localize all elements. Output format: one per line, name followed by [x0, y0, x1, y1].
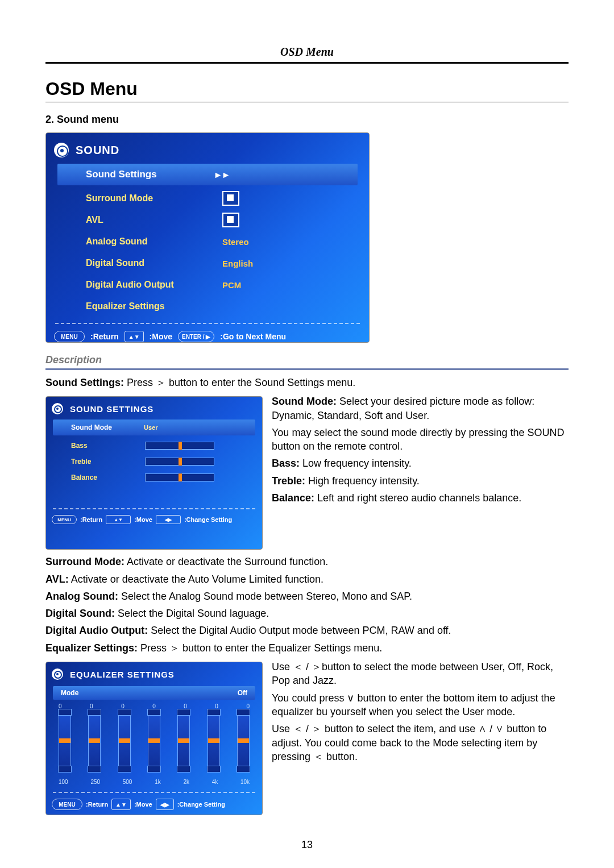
arrows-key-icon: ▲▼: [125, 331, 144, 342]
description-line: AVL: Activate or deactivate the Auto Vol…: [45, 572, 569, 586]
eq-sliders: [46, 709, 262, 774]
footer-return: :Return: [90, 332, 119, 341]
equalizer-screenshot: EQUALIZER SETTINGS Mode Off 0000000 1002…: [45, 662, 263, 815]
row-label: Balance: [71, 474, 145, 481]
eq-mode-row: Mode Off: [53, 686, 255, 700]
eq-band-slider: [237, 712, 250, 770]
menu-key-icon: MENU: [52, 799, 82, 810]
row-value: User: [144, 424, 157, 431]
title-underline: [45, 102, 569, 102]
sound-row: Surround Mode: [46, 188, 369, 209]
osd-footer: MENU :Return ▲▼ :Move ◀▶ :Change Setting: [46, 509, 262, 524]
slider-icon: [145, 458, 214, 466]
menu-key-icon: MENU: [52, 515, 77, 524]
sound-row-value: ▸ ▸: [215, 169, 229, 181]
arrows-key-icon: ▲▼: [111, 799, 131, 810]
eq-band-freq: 4k: [212, 779, 218, 785]
eq-band-slider: [208, 712, 220, 770]
page-header: OSD Menu: [45, 45, 569, 59]
sound-setting-row: Sound ModeUser: [53, 420, 255, 435]
slider-icon: [145, 442, 214, 450]
description-line: Digital Sound: Select the Digital Sound …: [45, 607, 569, 620]
description-line: Use ＜ / ＞button to select the mode betwe…: [272, 660, 569, 688]
sound-row-label: Equalizer Settings: [86, 301, 222, 312]
eq-mode-label: Mode: [61, 689, 238, 697]
sound-row-value: English: [222, 259, 253, 268]
sound-settings-intro: Sound Settings: Press ＞ button to enter …: [45, 376, 569, 389]
footer-next: :Go to Next Menu: [220, 332, 286, 341]
sound-row-label: Analog Sound: [86, 236, 222, 247]
arrows-key-icon: ▲▼: [106, 515, 131, 524]
sound-setting-row: Bass: [46, 438, 262, 454]
sound-row: AVL: [46, 209, 369, 231]
eq-band-slider: [88, 712, 101, 770]
menu-key-icon: MENU: [54, 331, 85, 342]
sound-row-label: AVL: [86, 215, 222, 225]
description-divider: [45, 368, 569, 370]
osd-footer: MENU :Return ▲▼ :Move ENTER / ▶ :Go to N…: [46, 324, 369, 342]
slider-icon: [145, 474, 214, 481]
eq-band-freq: 10k: [240, 779, 250, 785]
target-icon: [52, 403, 63, 414]
eq-band-slider: [148, 712, 160, 770]
sound-menu-title: SOUND: [76, 144, 119, 157]
description-label: Description: [45, 354, 569, 366]
description-line: Surround Mode: Activate or deactivate th…: [45, 555, 569, 568]
sound-row: Equalizer Settings: [46, 296, 369, 317]
sound-row-label: Sound Settings: [86, 169, 215, 180]
eq-band-slider: [59, 712, 71, 770]
description-line: Use ＜ / ＞ button to select the item, and…: [272, 722, 569, 763]
description-line: You may select the sound mode directly b…: [272, 426, 569, 454]
header-divider: [45, 62, 569, 64]
checkbox-icon: [222, 191, 239, 206]
sound-row: Analog SoundStereo: [46, 231, 369, 252]
row-label: Sound Mode: [71, 423, 144, 431]
eq-mode-value: Off: [238, 689, 247, 697]
osd-footer: MENU :Return ▲▼ :Move ◀▶ :Change Setting: [46, 793, 262, 810]
sound-row-value: Stereo: [222, 237, 249, 247]
sound-setting-row: Treble: [46, 454, 262, 470]
eq-band-freq: 100: [59, 779, 68, 785]
sound-settings-screenshot: SOUND SETTINGS Sound ModeUserBassTrebleB…: [45, 396, 263, 550]
sound-row-label: Digital Sound: [86, 258, 222, 268]
page-title: OSD Menu: [45, 78, 569, 99]
eq-band-slider: [177, 712, 190, 770]
section-heading: 2. Sound menu: [45, 114, 569, 126]
row-label: Bass: [71, 442, 145, 450]
sound-row: Sound Settings▸ ▸: [57, 164, 358, 185]
description-line: Analog Sound: Select the Analog Sound mo…: [45, 589, 569, 603]
sound-row-label: Surround Mode: [86, 193, 222, 203]
eq-band-freq: 1k: [155, 779, 161, 785]
target-icon: [54, 143, 69, 157]
sound-setting-row: Balance: [46, 470, 262, 485]
enter-key-icon: ENTER / ▶: [178, 331, 214, 342]
equalizer-title: EQUALIZER SETTINGS: [70, 670, 175, 679]
eq-frequencies: 1002505001k2k4k10k: [46, 774, 262, 785]
sound-row: Digital SoundEnglish: [46, 252, 369, 274]
eq-band-freq: 250: [90, 779, 100, 785]
eq-band-freq: 500: [123, 779, 132, 785]
eq-band-slider: [118, 712, 131, 770]
description-line: Treble: High frequency intensity.: [272, 474, 569, 488]
lr-key-icon: ◀▶: [156, 515, 181, 524]
sound-settings-title: SOUND SETTINGS: [70, 404, 154, 414]
description-line: Sound Mode: Select your desired picture …: [272, 394, 569, 422]
row-label: Treble: [71, 458, 145, 466]
description-line: Bass: Low frequency intensity.: [272, 456, 569, 470]
sound-row-label: Digital Audio Output: [86, 280, 222, 290]
description-line: Balance: Left and right stereo audio cha…: [272, 491, 569, 505]
page-number: 13: [0, 839, 614, 851]
footer-move: :Move: [150, 332, 172, 341]
description-line: Digital Audio Output: Select the Digital…: [45, 624, 569, 637]
sound-row-value: PCM: [222, 280, 241, 290]
description-line: You could press ∨ button to enter the bo…: [272, 691, 569, 719]
sound-row: Digital Audio OutputPCM: [46, 274, 369, 296]
sound-menu-screenshot: SOUND Sound Settings▸ ▸Surround ModeAVLA…: [45, 132, 370, 343]
target-icon: [52, 668, 63, 680]
lr-key-icon: ◀▶: [156, 799, 174, 810]
checkbox-icon: [222, 213, 239, 227]
eq-band-freq: 2k: [183, 779, 189, 785]
description-line: Equalizer Settings: Press ＞ button to en…: [45, 641, 569, 655]
